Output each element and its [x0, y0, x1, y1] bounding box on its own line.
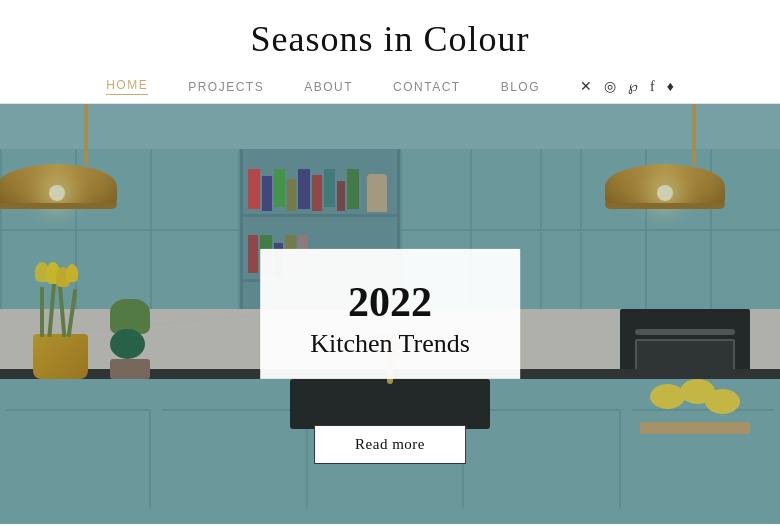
nav-item-about[interactable]: ABOUT: [304, 80, 353, 94]
pendant-lamp-right: [663, 104, 725, 209]
rss-icon[interactable]: ♦: [667, 79, 674, 95]
pendant-chain-left: [84, 104, 88, 164]
herb-plants: [110, 299, 150, 379]
read-more-button[interactable]: Read more: [314, 425, 466, 464]
nav-item-blog[interactable]: BLOG: [501, 80, 540, 94]
nav-item-contact[interactable]: CONTACT: [393, 80, 461, 94]
social-links: ✕ ◎ ℘ f ♦: [580, 78, 674, 95]
site-header: Seasons in Colour: [0, 0, 780, 70]
pendant-shade-right: [605, 164, 725, 209]
lemons: [650, 374, 750, 424]
hero-year: 2022: [310, 279, 470, 325]
nav-item-projects[interactable]: PROJECTS: [188, 80, 264, 94]
pendant-bulb-right: [657, 185, 673, 201]
lemon-3: [705, 389, 740, 414]
nav-item-home[interactable]: HOME: [106, 78, 148, 95]
pendant-bulb-left: [49, 185, 65, 201]
hero-subtitle: Kitchen Trends: [310, 329, 470, 359]
pendant-shade-left: [0, 164, 117, 209]
site-title: Seasons in Colour: [0, 18, 780, 60]
main-nav: HOME PROJECTS ABOUT CONTACT BLOG ✕ ◎ ℘ f…: [0, 70, 780, 104]
hero-content-box: 2022 Kitchen Trends: [260, 249, 520, 379]
instagram-icon[interactable]: ◎: [604, 78, 616, 95]
kitchen-sink: [290, 379, 490, 429]
hero-section: 2022 Kitchen Trends Read more: [0, 104, 780, 524]
nav-links: HOME PROJECTS ABOUT CONTACT BLOG: [106, 78, 540, 95]
facebook-icon[interactable]: f: [650, 79, 655, 95]
pinterest-icon[interactable]: ℘: [628, 78, 638, 95]
flower-arrangement: [15, 274, 105, 379]
pendant-chain-right: [692, 104, 696, 164]
shelf-top: [243, 214, 397, 217]
pendant-lamp-left: [55, 104, 117, 209]
twitter-icon[interactable]: ✕: [580, 78, 592, 95]
